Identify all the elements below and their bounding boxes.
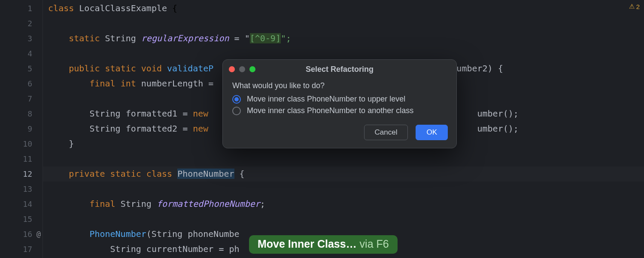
warning-count: 2 bbox=[636, 3, 640, 10]
line-number: 11 bbox=[0, 151, 43, 166]
line-number: 5 bbox=[0, 61, 43, 76]
dialog-question: What would you like to do? bbox=[232, 81, 447, 90]
line-number: 9 bbox=[0, 121, 43, 136]
radio-move-another[interactable]: Move inner class PhoneNumber to another … bbox=[232, 106, 447, 115]
line-number: 14 bbox=[0, 197, 43, 212]
line-number: 13 bbox=[0, 181, 43, 197]
line-gutter: 1 2 3 4 5 6 7 8 9 10 11 12 13 14 15 16@ … bbox=[0, 0, 43, 258]
code-line: class LocalClassExample { bbox=[43, 1, 644, 16]
line-number: 1 bbox=[0, 1, 43, 16]
dialog-body: What would you like to do? Move inner cl… bbox=[223, 79, 456, 121]
line-number: 17 bbox=[0, 242, 43, 257]
radio-icon bbox=[232, 95, 241, 104]
code-line: static String regularExpression = "[^0-9… bbox=[43, 31, 644, 46]
line-number: 3 bbox=[0, 31, 43, 46]
radio-label: Move inner class PhoneNumber to another … bbox=[247, 106, 413, 115]
code-line: private static class PhoneNumber { bbox=[43, 166, 644, 181]
minimize-icon bbox=[239, 66, 245, 72]
override-icon[interactable]: @ bbox=[36, 227, 41, 242]
line-number: 10 bbox=[0, 136, 43, 151]
line-number: 2 bbox=[0, 16, 43, 31]
line-number: 6 bbox=[0, 76, 43, 91]
zoom-icon[interactable] bbox=[249, 66, 255, 72]
warning-icon: ⚠ bbox=[629, 3, 635, 10]
tip-bubble: Move Inner Class… via F6 bbox=[249, 235, 398, 254]
radio-label: Move inner class PhoneNumber to upper le… bbox=[247, 95, 405, 104]
line-number: 15 bbox=[0, 212, 43, 227]
warning-badge[interactable]: ⚠ 2 bbox=[629, 3, 640, 10]
ok-button[interactable]: OK bbox=[416, 125, 448, 140]
code-line bbox=[43, 151, 644, 166]
code-line bbox=[43, 46, 644, 61]
line-number: 7 bbox=[0, 91, 43, 106]
line-number: 4 bbox=[0, 46, 43, 61]
code-line bbox=[43, 212, 644, 227]
tip-action: Move Inner Class… bbox=[258, 238, 357, 250]
code-line bbox=[43, 16, 644, 31]
window-controls bbox=[229, 66, 255, 72]
close-icon[interactable] bbox=[229, 66, 235, 72]
line-number: 12 bbox=[0, 166, 43, 181]
radio-icon bbox=[232, 107, 241, 115]
refactoring-dialog: Select Refactoring What would you like t… bbox=[222, 59, 457, 148]
dialog-titlebar[interactable]: Select Refactoring bbox=[223, 60, 456, 79]
line-number: 8 bbox=[0, 106, 43, 121]
tip-shortcut: via F6 bbox=[357, 238, 389, 250]
dialog-title: Select Refactoring bbox=[223, 65, 456, 74]
code-line: final String formattedPhoneNumber; bbox=[43, 197, 644, 212]
cancel-button[interactable]: Cancel bbox=[364, 125, 408, 140]
radio-move-upper[interactable]: Move inner class PhoneNumber to upper le… bbox=[232, 95, 447, 104]
line-number: 16@ bbox=[0, 227, 43, 242]
code-line bbox=[43, 181, 644, 197]
dialog-buttons: Cancel OK bbox=[223, 121, 456, 148]
